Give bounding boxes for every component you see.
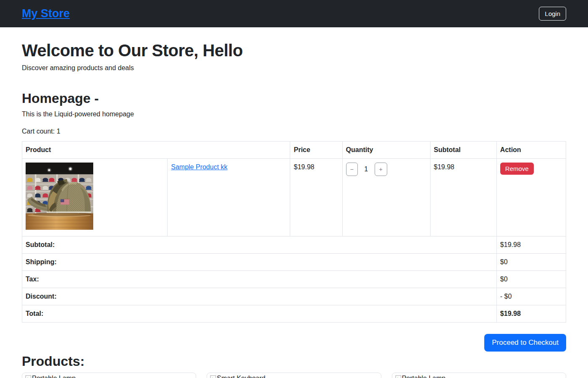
broken-image-icon [209, 375, 217, 378]
homepage-heading: Homepage - [22, 90, 566, 106]
store-brand-link[interactable]: My Store [22, 7, 70, 20]
product-card[interactable]: Smart Keyboard [207, 373, 381, 378]
login-button[interactable]: Login [539, 7, 566, 21]
col-header-price: Price [290, 142, 342, 159]
quantity-decrease-button[interactable]: − [346, 163, 358, 176]
cart-item-row: Sample Product kk $19.98 − 1 + $19.98 Re… [22, 159, 566, 236]
summary-value: $0 [496, 254, 566, 271]
summary-value: - $0 [496, 288, 566, 305]
summary-label: Tax: [22, 271, 497, 288]
product-name-link[interactable]: Sample Product kk [171, 163, 227, 171]
summary-row-discount: Discount: - $0 [22, 288, 566, 305]
col-header-action: Action [496, 142, 566, 159]
action-cell: Remove [496, 159, 566, 236]
broken-image-icon [394, 375, 402, 378]
product-image-cell [22, 159, 168, 236]
homepage-description: This is the Liquid-powered homepage [22, 109, 566, 119]
cart-table: Product Price Quantity Subtotal Action [22, 141, 566, 323]
summary-value: $0 [496, 271, 566, 288]
summary-row-tax: Tax: $0 [22, 271, 566, 288]
quantity-value: 1 [364, 165, 368, 174]
col-header-quantity: Quantity [342, 142, 430, 159]
summary-label: Discount: [22, 288, 497, 305]
col-header-subtotal: Subtotal [430, 142, 496, 159]
product-card[interactable]: Portable Lamp [392, 373, 566, 378]
product-card[interactable]: Portable Lamp [22, 373, 196, 378]
product-price-cell: $19.98 [290, 159, 342, 236]
checkout-area: Proceed to Checkout [22, 334, 566, 352]
hero-subtitle: Discover amazing products and deals [22, 63, 566, 73]
summary-value: $19.98 [496, 236, 566, 254]
summary-label: Shipping: [22, 254, 497, 271]
remove-button[interactable]: Remove [500, 163, 534, 175]
broken-image-icon [24, 375, 32, 378]
main-content: Welcome to Our Store, Hello Discover ama… [22, 40, 566, 378]
product-name-cell: Sample Product kk [168, 159, 290, 236]
products-heading: Products: [22, 353, 566, 369]
quantity-increase-button[interactable]: + [375, 163, 387, 176]
product-card-name: Smart Keyboard [217, 374, 265, 378]
product-card-name: Portable Lamp [402, 374, 446, 378]
summary-label: Total: [22, 305, 497, 323]
summary-value: $19.98 [496, 305, 566, 323]
col-header-product: Product [22, 142, 290, 159]
cart-count-label: Cart count: 1 [22, 126, 566, 136]
product-card-name: Portable Lamp [32, 374, 76, 378]
quantity-cell: − 1 + [342, 159, 430, 236]
product-subtotal-cell: $19.98 [430, 159, 496, 236]
proceed-to-checkout-button[interactable]: Proceed to Checkout [484, 334, 566, 352]
navbar: My Store Login [0, 0, 588, 27]
cart-header-row: Product Price Quantity Subtotal Action [22, 142, 566, 159]
summary-row-total: Total: $19.98 [22, 305, 566, 323]
summary-row-subtotal: Subtotal: $19.98 [22, 236, 566, 254]
summary-label: Subtotal: [22, 236, 497, 254]
summary-row-shipping: Shipping: $0 [22, 254, 566, 271]
us-flag-patch [60, 199, 69, 205]
product-cards-row: Portable Lamp Smart Keyboard Porta [22, 373, 566, 378]
page-title: Welcome to Our Store, Hello [22, 40, 566, 60]
product-photo [26, 163, 93, 230]
